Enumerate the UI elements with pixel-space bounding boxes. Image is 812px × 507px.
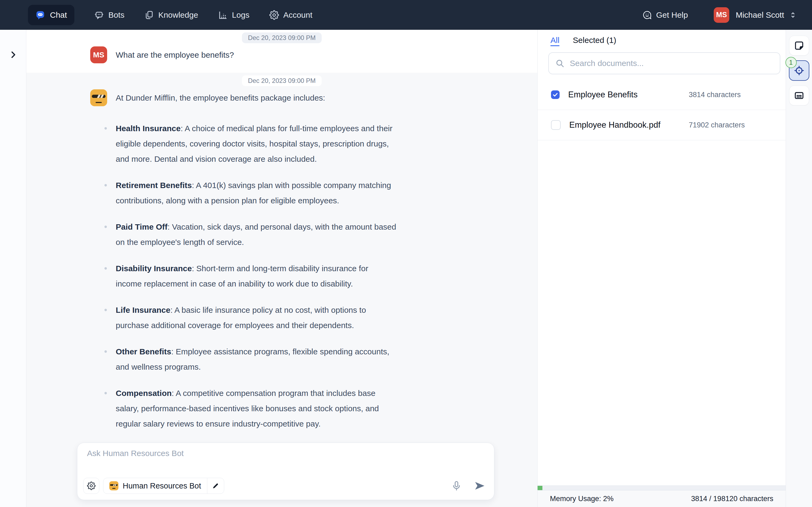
get-help-button[interactable]: Get Help <box>642 10 688 20</box>
memory-footer: Memory Usage: 2% 3814 / 198120 character… <box>538 490 786 507</box>
tab-bots-label: Bots <box>108 10 124 19</box>
main-area: Dec 20, 2023 09:00 PM MS What are the em… <box>0 30 812 507</box>
composer-controls: Human Resources Bot <box>83 478 486 494</box>
tab-logs[interactable]: Logs <box>218 10 249 20</box>
help-smile-icon <box>642 10 652 20</box>
document-name: Employee Handbook.pdf <box>569 120 661 130</box>
captions-panel-button[interactable] <box>789 86 809 105</box>
user-message-text: What are the employee benefits? <box>116 50 234 60</box>
benefits-list: Health Insurance: A choice of medical pl… <box>26 121 537 431</box>
search-icon <box>555 59 564 68</box>
top-nav: Chat Bots Knowledge <box>0 0 812 30</box>
notes-panel-button[interactable] <box>789 36 809 56</box>
selected-count-badge: 1 <box>785 57 797 68</box>
bot-selector-current: Human Resources Bot <box>103 478 207 494</box>
benefit-item-retirement: Retirement Benefits: A 401(k) savings pl… <box>116 178 537 208</box>
bot-message-block: Dec 20, 2023 09:00 PM At Dunder Mifflin,… <box>26 73 537 458</box>
chat-bubble-icon <box>36 10 45 20</box>
search-documents-input[interactable] <box>569 58 773 68</box>
edit-bot-button[interactable] <box>207 478 224 494</box>
right-icon-rail: 1 <box>786 30 812 507</box>
nav-left-group: Chat Bots Knowledge <box>15 5 312 25</box>
tab-account-label: Account <box>283 10 312 19</box>
captions-icon <box>794 91 804 101</box>
tab-knowledge[interactable]: Knowledge <box>144 10 198 20</box>
document-list: Employee Benefits 3814 characters Employ… <box>538 80 786 140</box>
benefit-item-disability: Disability Insurance: Short-term and lon… <box>116 261 537 291</box>
tab-logs-label: Logs <box>232 10 249 19</box>
document-characters: 3814 characters <box>689 91 741 99</box>
chat-panel: Dec 20, 2023 09:00 PM MS What are the em… <box>26 30 538 507</box>
timestamp: Dec 20, 2023 09:00 PM <box>242 75 321 86</box>
document-checkbox[interactable] <box>551 91 560 99</box>
app-window: Chat Bots Knowledge <box>0 0 812 507</box>
documents-tabs: All Selected (1) <box>538 30 786 45</box>
composer: Human Resources Bot <box>77 443 494 500</box>
memory-usage-detail: 3814 / 198120 characters <box>691 495 773 503</box>
benefit-item-other: Other Benefits: Employee assistance prog… <box>116 344 537 375</box>
message-avatar-user: MS <box>90 46 107 63</box>
bots-icon <box>94 10 104 20</box>
benefit-item-pto: Paid Time Off: Vacation, sick days, and … <box>116 219 537 250</box>
document-name: Employee Benefits <box>568 90 638 100</box>
document-checkbox[interactable] <box>551 120 561 130</box>
send-arrow-icon <box>473 480 486 492</box>
document-row-employee-benefits[interactable]: Employee Benefits 3814 characters <box>538 80 786 110</box>
microphone-icon <box>451 480 462 492</box>
user-avatar-initials: MS <box>716 11 727 19</box>
get-help-label: Get Help <box>656 10 688 19</box>
user-name: Michael Scott <box>736 10 784 19</box>
send-button[interactable] <box>473 480 486 492</box>
tab-account[interactable]: Account <box>269 10 312 20</box>
knowledge-icon <box>144 10 154 20</box>
chevron-right-icon <box>9 50 18 59</box>
selected-count-value: 1 <box>789 59 793 66</box>
tab-selected-documents[interactable]: Selected (1) <box>573 36 616 45</box>
user-menu-chevrons-icon[interactable] <box>789 10 797 19</box>
selected-documents-panel-button[interactable]: 1 <box>789 60 809 81</box>
account-gear-icon <box>269 10 279 20</box>
avatar-initials: MS <box>93 51 104 59</box>
timestamp: Dec 20, 2023 09:00 PM <box>242 33 321 43</box>
memory-usage-fill <box>538 486 543 490</box>
expand-sidebar-button[interactable] <box>7 49 19 61</box>
left-sidebar-collapsed <box>0 30 26 507</box>
bot-avatar <box>90 89 107 106</box>
composer-settings-button[interactable] <box>83 478 99 494</box>
benefit-item-health: Health Insurance: A choice of medical pl… <box>116 121 537 167</box>
tab-bots[interactable]: Bots <box>94 10 124 20</box>
document-search <box>548 52 780 74</box>
settings-gear-icon <box>87 482 96 490</box>
bot-message-intro: At Dunder Mifflin, the employee benefits… <box>116 93 325 103</box>
note-icon <box>794 41 804 51</box>
chat-input[interactable] <box>87 448 485 471</box>
pencil-icon <box>212 482 219 490</box>
user-avatar[interactable]: MS <box>714 7 729 23</box>
bot-selector[interactable]: Human Resources Bot <box>103 478 224 494</box>
nav-right-group: Get Help MS Michael Scott <box>642 7 797 23</box>
tab-chat-label: Chat <box>50 10 67 19</box>
document-characters: 71902 characters <box>689 121 745 129</box>
logs-icon <box>218 10 228 20</box>
tab-knowledge-label: Knowledge <box>158 10 198 19</box>
benefit-item-compensation: Compensation: A competitive compensation… <box>116 386 537 431</box>
tab-chat[interactable]: Chat <box>28 5 74 25</box>
memory-usage-label: Memory Usage: 2% <box>550 495 614 503</box>
bot-avatar-mini <box>109 481 118 490</box>
check-icon <box>552 92 558 98</box>
target-crosshair-icon <box>794 65 805 76</box>
mic-button[interactable] <box>451 480 462 492</box>
benefit-item-life: Life Insurance: A basic life insurance p… <box>116 302 537 333</box>
memory-usage-bar <box>538 486 786 490</box>
tab-all-documents[interactable]: All <box>551 36 559 45</box>
bot-selector-label: Human Resources Bot <box>123 482 201 490</box>
documents-sidebar: All Selected (1) Employee Benefit <box>538 30 786 507</box>
user-message-block: Dec 20, 2023 09:00 PM MS What are the em… <box>26 30 537 73</box>
document-row-employee-handbook[interactable]: Employee Handbook.pdf 71902 characters <box>538 110 786 140</box>
